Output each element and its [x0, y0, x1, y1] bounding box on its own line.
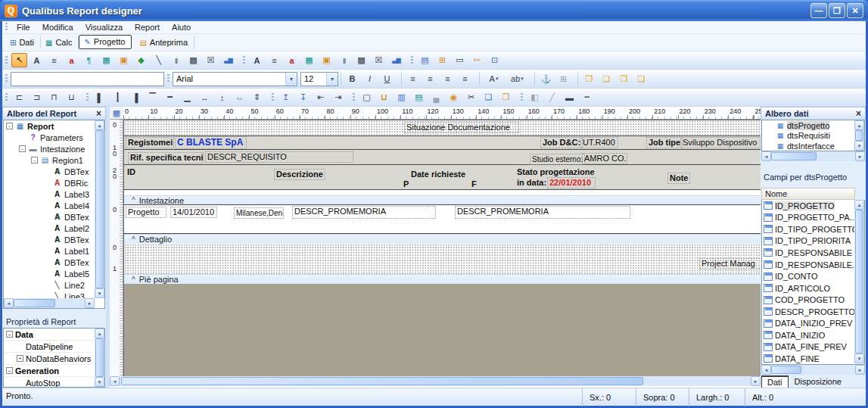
prop-datapipeline[interactable]: DataPipeline: [4, 341, 95, 353]
dropdown-caret-icon[interactable]: ▾: [326, 73, 338, 86]
highlight-color-button[interactable]: ab ▾: [506, 72, 528, 86]
dbrichtext-tool[interactable]: a: [284, 53, 300, 67]
field-id-conto[interactable]: ID_CONTO: [762, 270, 854, 282]
prop-category-data[interactable]: - Data: [4, 329, 95, 341]
scrollbar-thumb[interactable]: [95, 338, 104, 377]
move-forward-button[interactable]: ❐: [616, 72, 632, 86]
report-tree[interactable]: - ▦ Report ? Parameters - ▬: [3, 120, 105, 309]
prop-category-generation[interactable]: - Generation: [4, 365, 95, 377]
field-id-tipo-progetto[interactable]: ID_TIPO_PROGETTO: [762, 223, 854, 235]
property-expander[interactable]: -: [6, 367, 13, 374]
properties-vscrollbar[interactable]: ▴ ▾: [95, 329, 104, 387]
job-tipe-label[interactable]: Job tipe: [646, 137, 683, 148]
band-collapse-icon[interactable]: ^: [132, 276, 135, 284]
font-combo[interactable]: Arial ▾: [173, 72, 297, 86]
line-thickness-button[interactable]: ▬: [562, 90, 577, 104]
underline-button[interactable]: U: [379, 72, 395, 86]
field-id-progetto[interactable]: ID_PROGETTO: [762, 200, 854, 212]
column-stato-line1[interactable]: Stato progettazione: [515, 167, 597, 178]
print-button[interactable]: ▄: [428, 90, 444, 104]
size-up-button[interactable]: ⊓: [46, 90, 62, 104]
menu-visualizza[interactable]: Visualizza: [79, 22, 129, 33]
align-right-button[interactable]: ≡: [440, 72, 456, 86]
align-left-edges-button[interactable]: ▌: [92, 90, 108, 104]
space-horizontally-button[interactable]: ↔: [197, 90, 213, 104]
report-tree-item-label5[interactable]: A Label5: [4, 268, 95, 279]
report-tree-item-intestazione[interactable]: - ▬ Intestazione: [4, 143, 95, 154]
dbimage-tool[interactable]: ▣: [319, 53, 334, 67]
shift-right-button[interactable]: ⊐: [29, 90, 45, 104]
studio-esterno-value[interactable]: AMRO CO.: [582, 153, 627, 164]
tab-dati[interactable]: ⊞ Dati: [5, 36, 41, 49]
column-id[interactable]: ID: [125, 167, 138, 178]
fill-color-button[interactable]: ◧: [527, 90, 543, 104]
copy-button[interactable]: ❏: [481, 90, 496, 104]
scrollbar-thumb[interactable]: [771, 366, 801, 374]
report-tree-item-dbrichtext[interactable]: A DBRic: [4, 177, 95, 188]
region-tool[interactable]: ▤: [417, 53, 433, 67]
richtext-tool[interactable]: a: [64, 53, 79, 67]
datasets-hscrollbar[interactable]: ◂ ▸: [761, 151, 865, 161]
align-middles-button[interactable]: ━: [162, 90, 178, 104]
align-right-edges-button[interactable]: ▐: [127, 90, 143, 104]
report-tree-item-dbtext[interactable]: A DBTex: [4, 211, 95, 223]
paste-button[interactable]: ❒: [498, 90, 514, 104]
align-justify-button[interactable]: ≡: [457, 72, 473, 86]
scrollbar-thumb[interactable]: [121, 377, 643, 385]
new-button[interactable]: ▢: [359, 90, 375, 104]
column-date-richieste[interactable]: Date richieste: [409, 169, 468, 180]
minimize-button[interactable]: —: [810, 3, 827, 18]
scroll-left-icon[interactable]: ◂: [761, 365, 771, 375]
dataset-item-dtsrequisiti[interactable]: ▦ dtsRequisiti: [762, 131, 854, 142]
column-stato-line2[interactable]: in data:: [515, 177, 549, 188]
scroll-up-icon[interactable]: ▴: [854, 200, 864, 210]
label-tool[interactable]: A: [29, 53, 45, 67]
data-book-button[interactable]: ▤: [411, 90, 427, 104]
report-tree-item-label3[interactable]: A Label3: [4, 188, 95, 200]
property-expander[interactable]: +: [17, 355, 23, 362]
dbchart-tool[interactable]: ▃▆: [388, 53, 404, 67]
datasets-tree[interactable]: ▦ dtsProgetto ▦ dtsRequisiti ▦ dtsInterf…: [761, 120, 865, 151]
datasets-vscrollbar[interactable]: ▴ ▾: [854, 120, 864, 151]
scroll-left-icon[interactable]: ◂: [110, 376, 120, 386]
line-tool[interactable]: ╲: [151, 53, 166, 67]
size-down-button[interactable]: ⊔: [64, 90, 79, 104]
barcode2d-tool[interactable]: ▩: [185, 53, 201, 67]
report-tree-item-label4[interactable]: A Label4: [4, 200, 95, 211]
borders-button[interactable]: ⊞: [555, 72, 571, 86]
menu-file[interactable]: File: [11, 22, 36, 33]
report-design-surface[interactable]: Situazione Documentazione Registomei C B…: [123, 120, 761, 376]
tree-expander[interactable]: -: [31, 157, 38, 164]
menu-report[interactable]: Report: [129, 22, 166, 33]
select-tool[interactable]: ↖: [11, 53, 27, 67]
report-tree-item-line2[interactable]: ╲ Line2: [4, 279, 95, 291]
send-to-back-button[interactable]: ❏: [599, 72, 614, 86]
scrollbar-thumb[interactable]: [14, 299, 55, 307]
dbcheckbox-tool[interactable]: ☒: [371, 53, 387, 67]
print-preview-button[interactable]: ◉: [446, 90, 462, 104]
customer-value[interactable]: C BLASTE SpA: [175, 136, 247, 149]
image-tool[interactable]: ▣: [116, 53, 132, 67]
column-p[interactable]: P: [401, 179, 411, 190]
field-id-responsabile[interactable]: ID_RESPONSABILE: [762, 247, 854, 259]
line-color-button[interactable]: ╱: [544, 90, 560, 104]
report-tree-item-dbtext[interactable]: A DBTex: [4, 234, 95, 245]
field-data-inizio[interactable]: DATA_INIZIO: [762, 329, 854, 341]
center-horizontally-band-button[interactable]: ⇔: [232, 90, 247, 104]
report-tree-item-dbtext[interactable]: A DBTex: [4, 166, 95, 177]
style-tool[interactable]: ✏: [469, 53, 485, 67]
close-panel-icon[interactable]: ×: [96, 108, 101, 119]
align-left-button[interactable]: ≡: [405, 72, 421, 86]
progetto-date[interactable]: 14/01/2010: [170, 207, 217, 218]
scroll-right-icon[interactable]: ▸: [751, 376, 761, 386]
menu-modifica[interactable]: Modifica: [36, 22, 79, 33]
band-dettaglio[interactable]: ^ Dettaglio: [124, 234, 761, 244]
field-id-progetto-pa[interactable]: ID_PROGETTO_PA...: [762, 212, 854, 224]
fields-column-header[interactable]: Nome: [761, 188, 855, 200]
scroll-down-icon[interactable]: ▾: [854, 141, 864, 151]
shrink-to-shortest-button[interactable]: ↧: [295, 90, 311, 104]
report-tree-item-parameters[interactable]: ? Parameters: [4, 132, 95, 143]
report-tree-hscrollbar[interactable]: ◂ ▸: [4, 298, 95, 308]
scroll-down-icon[interactable]: ▾: [95, 288, 104, 298]
scroll-right-icon[interactable]: ▸: [855, 151, 865, 161]
